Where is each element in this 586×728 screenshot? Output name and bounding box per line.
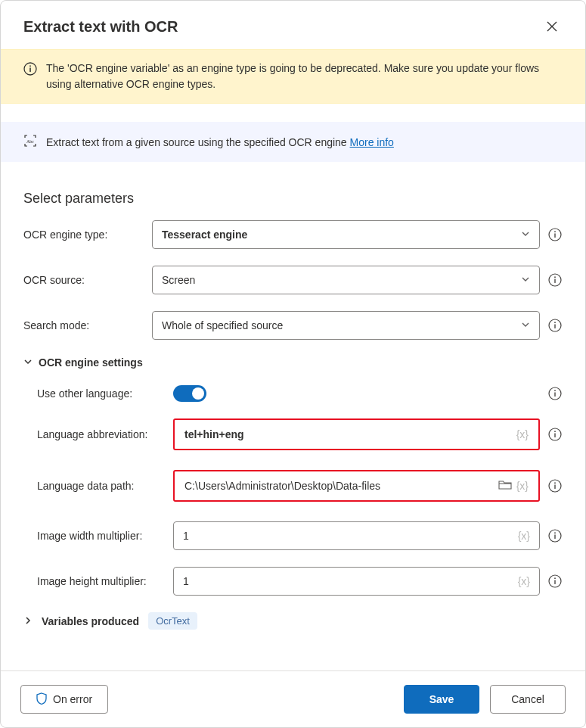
svg-rect-6: [554, 233, 555, 238]
row-ocr-engine-type: OCR engine type: Tesseract engine: [23, 220, 563, 249]
svg-point-23: [554, 532, 556, 534]
variable-icon[interactable]: {x}: [516, 428, 529, 440]
svg-point-26: [554, 577, 556, 579]
info-icon: [548, 273, 562, 287]
select-ocr-source[interactable]: Screen: [152, 266, 540, 294]
label-language-abbreviation: Language abbreviation:: [37, 428, 173, 440]
chevron-down-icon: [521, 274, 530, 286]
cancel-button[interactable]: Cancel: [490, 685, 566, 714]
row-search-mode: Search mode: Whole of specified source: [23, 311, 563, 340]
input-language-abbreviation[interactable]: tel+hin+eng {x}: [175, 420, 538, 449]
close-button[interactable]: [541, 16, 563, 37]
dialog-extract-text-ocr: Extract text with OCR The 'OCR engine va…: [0, 0, 586, 728]
dialog-title: Extract text with OCR: [23, 18, 178, 36]
input-language-data-path[interactable]: C:\Users\Administrator\Desktop\Data-file…: [175, 471, 538, 500]
variable-icon[interactable]: {x}: [518, 530, 530, 542]
select-search-mode[interactable]: Whole of specified source: [152, 311, 540, 340]
input-image-height-multiplier[interactable]: 1 {x}: [173, 567, 540, 596]
info-icon: [548, 319, 562, 332]
info-icon: [548, 574, 562, 588]
variables-produced-label: Variables produced: [42, 615, 139, 627]
svg-rect-9: [554, 278, 555, 283]
input-value: 1: [183, 530, 518, 542]
input-image-width-multiplier[interactable]: 1 {x}: [173, 521, 540, 550]
close-icon: [547, 21, 557, 32]
svg-text:Abc: Abc: [26, 139, 34, 144]
toggle-knob: [192, 387, 204, 400]
more-info-link[interactable]: More info: [350, 136, 394, 148]
svg-rect-27: [554, 580, 555, 584]
label-image-width-multiplier: Image width multiplier:: [37, 530, 173, 542]
variables-produced-header[interactable]: Variables produced OcrText: [23, 612, 563, 630]
svg-rect-24: [554, 534, 555, 539]
label-image-height-multiplier: Image height multiplier:: [37, 575, 173, 587]
info-icon: [548, 479, 562, 493]
variable-icon[interactable]: {x}: [518, 575, 530, 587]
svg-point-1: [29, 65, 31, 67]
dialog-footer: On error Save Cancel: [1, 670, 585, 727]
svg-rect-12: [554, 324, 555, 328]
dialog-header: Extract text with OCR: [1, 1, 585, 49]
chevron-down-icon: [521, 319, 530, 331]
info-button[interactable]: [547, 386, 563, 401]
svg-rect-15: [554, 392, 555, 397]
save-label: Save: [429, 693, 454, 705]
chevron-down-icon: [521, 229, 530, 241]
chevron-down-icon: [23, 356, 33, 369]
warning-text: The 'OCR engine variable' as an engine t…: [46, 61, 563, 92]
input-value: C:\Users\Administrator\Desktop\Data-file…: [184, 480, 498, 492]
label-language-data-path: Language data path:: [37, 480, 173, 492]
toggle-use-other-language[interactable]: [173, 385, 206, 402]
svg-point-11: [554, 322, 556, 323]
label-use-other-language: Use other language:: [37, 387, 173, 400]
ocr-action-icon: Abc: [23, 134, 37, 150]
label-ocr-engine-type: OCR engine type:: [23, 229, 152, 241]
svg-point-20: [554, 482, 556, 484]
row-image-width-multiplier: Image width multiplier: 1 {x}: [23, 521, 563, 550]
ocr-engine-settings-header[interactable]: OCR engine settings: [23, 356, 563, 369]
svg-point-17: [554, 431, 556, 432]
svg-rect-2: [29, 67, 31, 72]
select-value: Tesseract engine: [162, 229, 521, 241]
info-button[interactable]: [547, 478, 563, 493]
input-value: tel+hin+eng: [184, 428, 516, 440]
row-language-data-path: Language data path: C:\Users\Administrat…: [23, 470, 563, 502]
description-text-content: Extract text from a given source using t…: [46, 136, 350, 148]
svg-rect-21: [554, 484, 555, 489]
info-button[interactable]: [547, 272, 563, 288]
select-ocr-engine-type[interactable]: Tesseract engine: [152, 220, 540, 249]
description-banner: Abc Extract text from a given source usi…: [1, 122, 585, 162]
variable-icon[interactable]: {x}: [516, 480, 529, 492]
variable-chip-ocrtext[interactable]: OcrText: [148, 612, 197, 630]
chevron-right-icon: [23, 615, 33, 627]
svg-point-8: [554, 276, 556, 278]
save-button[interactable]: Save: [404, 685, 479, 714]
deprecation-warning-banner: The 'OCR engine variable' as an engine t…: [1, 49, 585, 104]
info-button[interactable]: [547, 427, 563, 442]
ocr-engine-settings-label: OCR engine settings: [39, 356, 143, 369]
select-value: Screen: [162, 274, 521, 286]
info-icon: [548, 428, 562, 441]
folder-icon[interactable]: [498, 480, 512, 493]
input-value: 1: [183, 575, 518, 587]
info-button[interactable]: [547, 574, 563, 589]
row-ocr-source: OCR source: Screen: [23, 266, 563, 294]
row-language-abbreviation: Language abbreviation: tel+hin+eng {x}: [23, 418, 563, 450]
label-search-mode: Search mode:: [23, 319, 152, 331]
info-icon: [548, 228, 562, 241]
on-error-button[interactable]: On error: [20, 685, 108, 714]
info-button[interactable]: [547, 528, 563, 543]
highlight-box: C:\Users\Administrator\Desktop\Data-file…: [173, 470, 540, 502]
shield-icon: [36, 692, 47, 707]
info-icon: [23, 62, 37, 92]
select-parameters-title: Select parameters: [23, 191, 563, 207]
svg-point-5: [554, 231, 556, 232]
label-ocr-source: OCR source:: [23, 274, 152, 286]
info-icon: [548, 529, 562, 543]
info-button[interactable]: [547, 227, 563, 242]
description-text: Extract text from a given source using t…: [46, 136, 394, 148]
row-image-height-multiplier: Image height multiplier: 1 {x}: [23, 567, 563, 596]
info-button[interactable]: [547, 318, 563, 333]
on-error-label: On error: [53, 693, 92, 705]
svg-point-14: [554, 390, 556, 391]
